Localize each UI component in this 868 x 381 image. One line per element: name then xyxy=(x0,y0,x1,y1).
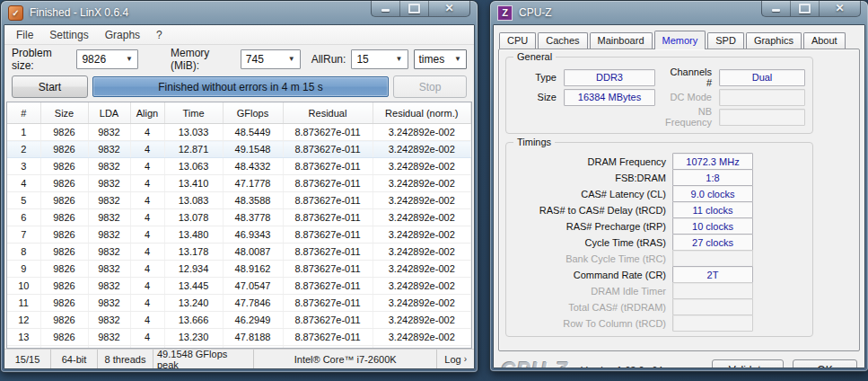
column-header[interactable]: # xyxy=(7,102,40,124)
table-row[interactable]: 298269832412.87149.15488.873627e-0113.24… xyxy=(7,141,471,158)
start-button[interactable]: Start xyxy=(12,75,88,98)
log-link[interactable]: Log› xyxy=(437,350,474,368)
table-cell: 13.230 xyxy=(164,329,223,346)
timing-row: CAS# Latency (CL)9.0 clocks xyxy=(506,186,812,201)
linx-run-row: Start Finished without errors in 4 m 15 … xyxy=(4,73,474,101)
memory-select[interactable]: 745▼ xyxy=(241,49,301,69)
table-cell: 13.033 xyxy=(164,124,223,141)
nb-frequency-value xyxy=(719,109,805,126)
timing-value: 9.0 clocks xyxy=(672,185,753,202)
table-cell: 8.873627e-011 xyxy=(283,141,373,158)
table-cell: 3.242892e-002 xyxy=(373,158,471,175)
table-row[interactable]: 598269832413.08348.35888.873627e-0113.24… xyxy=(7,192,471,209)
close-button[interactable]: ✕ xyxy=(820,1,860,16)
column-header[interactable]: GFlops xyxy=(223,102,283,124)
tab-memory[interactable]: Memory xyxy=(654,31,706,49)
table-cell: 12 xyxy=(7,312,40,329)
menu-item-settings[interactable]: Settings xyxy=(41,27,96,43)
table-cell: 13.240 xyxy=(164,295,223,312)
table-cell: 13 xyxy=(7,329,40,346)
column-header[interactable]: Residual (norm.) xyxy=(373,102,471,124)
cpuz-tabs: CPUCachesMainboardMemorySPDGraphicsAbout xyxy=(494,25,864,49)
timing-value xyxy=(672,315,753,332)
cpuz-titlebar[interactable]: Z CPU-Z ✕ xyxy=(490,1,868,24)
linx-client-area: FileSettingsGraphs? Problem size: 9826▼ … xyxy=(4,24,475,369)
table-cell: 9826 xyxy=(40,209,88,226)
column-header[interactable]: Size xyxy=(40,102,88,124)
table-row[interactable]: 1298269832413.66646.29498.873627e-0113.2… xyxy=(7,312,471,329)
results-table[interactable]: #SizeLDAAlignTimeGFlopsResidualResidual … xyxy=(7,102,471,349)
close-button[interactable]: ✕ xyxy=(429,1,469,16)
table-row[interactable]: 198269832413.03348.54498.873627e-0113.24… xyxy=(7,124,471,141)
run-label: Run: xyxy=(323,53,346,66)
tab-caches[interactable]: Caches xyxy=(538,32,587,49)
timing-row: DRAM Frequency1072.3 MHz xyxy=(506,154,812,169)
table-cell: 3.242892e-002 xyxy=(373,278,471,295)
maximize-button[interactable] xyxy=(400,1,429,16)
tab-spd[interactable]: SPD xyxy=(707,32,744,49)
run-units-select[interactable]: times▼ xyxy=(414,49,467,69)
minimize-button[interactable] xyxy=(762,1,791,16)
log-label: Log xyxy=(444,354,460,365)
table-cell: 13.666 xyxy=(164,312,223,329)
cpuz-footer: CPU-Z Version 1.63.0.x64 Validate OK xyxy=(494,351,864,368)
table-row[interactable]: 398269832413.06348.43328.873627e-0113.24… xyxy=(7,158,471,175)
dc-mode-label: DC Mode xyxy=(662,92,712,102)
column-header[interactable]: Time xyxy=(164,102,223,124)
tab-cpu[interactable]: CPU xyxy=(499,32,536,49)
table-cell: 48.3778 xyxy=(223,209,283,226)
timing-row: FSB:DRAM1:8 xyxy=(506,170,812,185)
cpuz-window-title: CPU-Z xyxy=(519,6,552,19)
ok-button[interactable]: OK xyxy=(793,359,857,369)
tab-graphics[interactable]: Graphics xyxy=(746,32,802,49)
chevron-down-icon: ▼ xyxy=(390,55,403,63)
table-cell: 48.5449 xyxy=(223,124,283,141)
timing-label: RAS# Precharge (tRP) xyxy=(506,221,666,232)
table-cell: 49.1548 xyxy=(223,141,283,158)
column-header[interactable]: Align xyxy=(130,102,164,124)
timing-label: RAS# to CAS# Delay (tRCD) xyxy=(506,205,666,216)
table-row[interactable]: 898269832413.17848.00878.873627e-0113.24… xyxy=(7,244,471,261)
menu-item-[interactable]: ? xyxy=(148,27,171,43)
maximize-button[interactable] xyxy=(791,1,820,16)
table-cell: 47.0547 xyxy=(223,278,283,295)
table-row[interactable]: 1198269832413.24047.78468.873627e-0113.2… xyxy=(7,295,471,312)
table-cell: 8.873627e-011 xyxy=(283,278,373,295)
table-row[interactable]: 1398269832413.23047.81888.873627e-0113.2… xyxy=(7,329,471,346)
table-cell: 4 xyxy=(130,329,164,346)
validate-button[interactable]: Validate xyxy=(712,359,784,369)
table-cell: 13.480 xyxy=(164,226,223,244)
column-header[interactable]: Residual xyxy=(283,102,373,124)
table-cell: 3.242892e-002 xyxy=(373,261,471,278)
table-cell: 9832 xyxy=(88,278,130,295)
column-header[interactable]: LDA xyxy=(88,102,130,124)
table-header-row[interactable]: #SizeLDAAlignTimeGFlopsResidualResidual … xyxy=(7,102,471,124)
problem-size-select[interactable]: 9826▼ xyxy=(76,49,138,69)
table-cell: 9832 xyxy=(88,295,130,312)
table-cell: 3.242892e-002 xyxy=(373,141,471,158)
table-cell: 3.242892e-002 xyxy=(373,175,471,192)
table-row[interactable]: 798269832413.48046.93438.873627e-0113.24… xyxy=(7,226,471,244)
table-cell: 8.873627e-011 xyxy=(283,209,373,226)
linx-titlebar[interactable]: ✓ Finished - LinX 0.6.4 ✕ xyxy=(1,1,478,24)
menu-item-file[interactable]: File xyxy=(8,27,41,43)
problem-size-label: Problem size: xyxy=(12,47,71,72)
table-row[interactable]: 998269832412.93448.91628.873627e-0113.24… xyxy=(7,261,471,278)
timing-label: CAS# Latency (CL) xyxy=(506,189,666,199)
run-count-select[interactable]: 15▼ xyxy=(351,49,408,69)
minimize-button[interactable] xyxy=(372,1,400,16)
linx-window: ✓ Finished - LinX 0.6.4 ✕ FileSettingsGr… xyxy=(1,1,478,372)
table-row[interactable]: 698269832413.07848.37788.873627e-0113.24… xyxy=(7,209,471,226)
table-cell: 4 xyxy=(130,141,164,158)
tab-about[interactable]: About xyxy=(803,32,846,49)
tab-mainboard[interactable]: Mainboard xyxy=(590,32,653,49)
table-row[interactable]: 498269832413.41047.17788.873627e-0113.24… xyxy=(7,175,471,192)
all-label: All xyxy=(311,53,323,66)
menu-item-graphs[interactable]: Graphs xyxy=(97,27,148,43)
status-segment: Intel® Core™ i7-2600K xyxy=(254,350,437,368)
channels-value: Dual xyxy=(719,69,805,86)
table-cell: 3.242892e-002 xyxy=(373,209,471,226)
table-cell: 4 xyxy=(7,175,40,192)
table-row[interactable]: 1098269832413.44547.05478.873627e-0113.2… xyxy=(7,278,471,295)
timing-label: Bank Cycle Time (tRC) xyxy=(506,253,666,264)
